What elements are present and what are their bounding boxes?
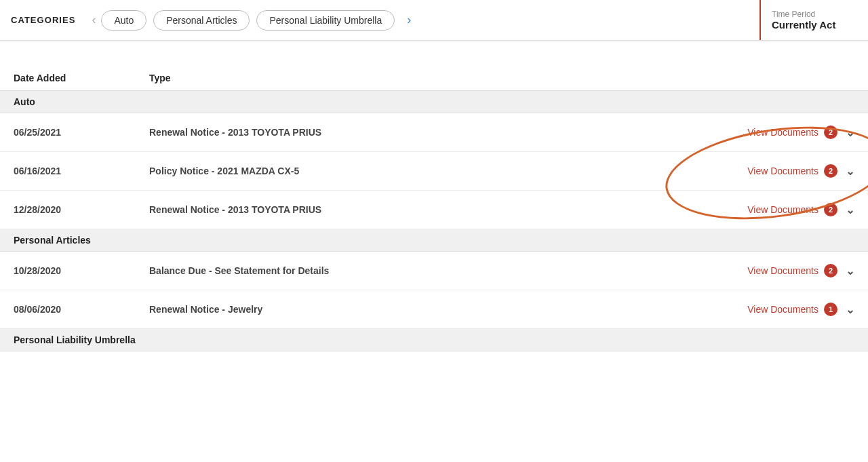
time-period-label: Time Period [772,9,854,19]
row-date: 08/06/2020 [14,304,149,315]
tab-auto[interactable]: Auto [101,10,146,31]
table-row: 08/06/2020 Renewal Notice - Jewelry View… [0,290,868,329]
row-type: Balance Due - See Statement for Details [149,265,705,276]
chevron-down-icon[interactable]: ⌄ [846,265,854,277]
table-row: 12/28/2020 Renewal Notice - 2013 TOYOTA … [0,191,868,229]
section-header-umbrella: Personal Liability Umbrella [0,329,868,351]
view-documents-link[interactable]: View Documents [747,166,818,176]
categories-label: CATEGORIES [11,15,75,25]
row-action: View Documents 2 ⌄ [705,264,854,277]
table-row: 06/16/2021 Policy Notice - 2021 MAZDA CX… [0,152,868,191]
row-date: 06/16/2021 [14,166,149,176]
time-period-value: Currently Act [772,19,854,31]
row-date: 12/28/2020 [14,204,149,215]
col-header-type: Type [149,73,705,83]
row-action: View Documents 2 ⌄ [705,164,854,178]
time-period-block: Time Period Currently Act [760,0,868,40]
top-bar: CATEGORIES ‹ Auto Personal Articles Pers… [0,0,868,41]
document-count-badge: 2 [824,126,837,139]
row-type: Policy Notice - 2021 MAZDA CX-5 [149,166,705,176]
table-row: 10/28/2020 Balance Due - See Statement f… [0,252,868,290]
document-count-badge: 2 [824,203,837,216]
view-documents-link[interactable]: View Documents [747,204,818,215]
row-date: 10/28/2020 [14,265,149,276]
view-documents-link[interactable]: View Documents [747,304,818,315]
table-row: 06/25/2021 Renewal Notice - 2013 TOYOTA … [0,113,868,152]
chevron-down-icon[interactable]: ⌄ [846,126,854,139]
row-type: Renewal Notice - 2013 TOYOTA PRIUS [149,204,705,215]
row-type: Renewal Notice - Jewelry [149,304,705,315]
tab-personal-articles[interactable]: Personal Articles [153,10,250,31]
section-header-auto: Auto [0,91,868,113]
table-header: Date Added Type [0,62,868,91]
view-documents-link[interactable]: View Documents [747,265,818,276]
document-count-badge: 2 [824,264,837,277]
document-count-badge: 1 [824,303,837,316]
view-documents-link[interactable]: View Documents [747,127,818,138]
col-header-action [705,73,854,83]
row-date: 06/25/2021 [14,127,149,138]
chevron-down-icon[interactable]: ⌄ [846,303,854,316]
nav-next-button[interactable]: › [401,10,416,30]
row-action: View Documents 2 ⌄ [705,203,854,216]
tab-personal-liability-umbrella[interactable]: Personal Liability Umbrella [256,10,395,31]
section-header-personal-articles: Personal Articles [0,229,868,252]
col-header-date: Date Added [14,73,149,83]
row-action: View Documents 1 ⌄ [705,303,854,316]
nav-prev-button[interactable]: ‹ [86,10,101,30]
row-type: Renewal Notice - 2013 TOYOTA PRIUS [149,127,705,138]
chevron-down-icon[interactable]: ⌄ [846,165,854,178]
row-action: View Documents 2 ⌄ [705,126,854,139]
tabs-row: Auto Personal Articles Personal Liabilit… [101,10,857,31]
chevron-down-icon[interactable]: ⌄ [846,204,854,216]
documents-table: Date Added Type Auto 06/25/2021 Renewal … [0,62,868,351]
document-count-badge: 2 [824,164,837,178]
